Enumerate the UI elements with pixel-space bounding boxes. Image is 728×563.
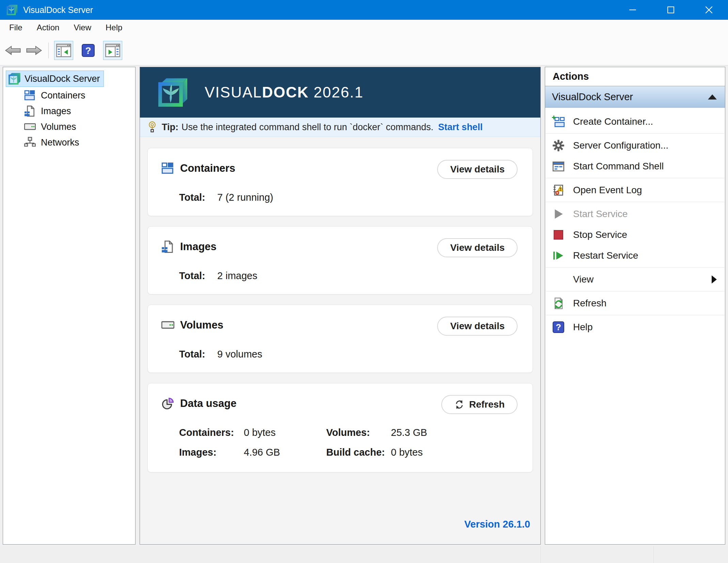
show-action-pane-button[interactable] bbox=[103, 41, 122, 60]
action-view[interactable]: View bbox=[545, 269, 725, 290]
action-help[interactable]: Help bbox=[545, 317, 725, 337]
action-start-service: Start Service bbox=[545, 203, 725, 224]
window-controls bbox=[614, 0, 728, 20]
card-title: Containers bbox=[180, 162, 235, 174]
total-label: Total: bbox=[179, 192, 217, 203]
blank-icon-spacer bbox=[552, 273, 565, 286]
show-console-tree-button[interactable] bbox=[54, 41, 73, 60]
back-arrow-icon bbox=[5, 45, 21, 56]
tree-item-label: VisualDock Server bbox=[25, 74, 100, 84]
maximize-button[interactable] bbox=[652, 0, 690, 20]
volumes-view-details-button[interactable]: View details bbox=[437, 317, 518, 336]
forward-button[interactable] bbox=[26, 45, 42, 56]
actions-group-header[interactable]: VisualDock Server bbox=[545, 86, 725, 108]
app-window: VisualDock Server File Action View Help bbox=[0, 0, 728, 563]
tree-item-networks[interactable]: Networks bbox=[3, 135, 135, 150]
app-logo-icon bbox=[5, 4, 18, 16]
tree-item-label: Networks bbox=[41, 137, 79, 148]
stat-value: 0 bytes bbox=[391, 447, 423, 458]
containers-icon bbox=[24, 90, 36, 101]
title-bar: VisualDock Server bbox=[0, 0, 728, 20]
brand-prefix: VISUAL bbox=[205, 84, 262, 101]
visualdock-logo-icon bbox=[155, 76, 188, 109]
brand-suffix: DOCK bbox=[262, 84, 309, 101]
event-log-icon bbox=[552, 184, 565, 197]
data-usage-card: Data usage Refresh Containers: 0 bytes bbox=[147, 383, 533, 472]
forward-arrow-icon bbox=[26, 45, 42, 56]
create-container-icon bbox=[552, 115, 565, 128]
status-divider bbox=[653, 546, 654, 563]
status-bar bbox=[0, 546, 728, 563]
total-label: Total: bbox=[179, 349, 217, 360]
menu-file[interactable]: File bbox=[2, 23, 30, 32]
cards-area: Containers View details Total: 7 (2 runn… bbox=[140, 137, 540, 472]
stat-label: Images: bbox=[179, 447, 244, 458]
action-label: View bbox=[573, 274, 594, 285]
actions-title: Actions bbox=[545, 67, 725, 86]
card-title: Volumes bbox=[180, 319, 223, 331]
minimize-icon bbox=[629, 6, 637, 14]
toolbar-help-button[interactable] bbox=[79, 41, 98, 60]
maximize-icon bbox=[667, 6, 675, 14]
tip-text: Use the integrated command shell to run … bbox=[181, 122, 433, 133]
total-value: 7 (2 running) bbox=[217, 192, 273, 203]
lightbulb-icon bbox=[147, 120, 157, 134]
menu-view[interactable]: View bbox=[66, 23, 98, 32]
toolbar-separator bbox=[48, 43, 49, 58]
action-label: Server Configuration... bbox=[573, 140, 668, 151]
stat-label: Containers: bbox=[179, 427, 244, 438]
console-tree-icon bbox=[56, 44, 71, 57]
stat-value: 25.3 GB bbox=[391, 427, 427, 438]
refresh-page-icon bbox=[552, 297, 565, 310]
action-create-container[interactable]: Create Container... bbox=[545, 111, 725, 132]
action-stop-service[interactable]: Stop Service bbox=[545, 224, 725, 245]
brand-header: VISUALDOCK2026.1 bbox=[140, 67, 540, 118]
minimize-button[interactable] bbox=[614, 0, 652, 20]
action-server-configuration[interactable]: Server Configuration... bbox=[545, 135, 725, 156]
back-button[interactable] bbox=[5, 45, 21, 56]
containers-card: Containers View details Total: 7 (2 runn… bbox=[147, 148, 533, 216]
action-start-command-shell[interactable]: Start Command Shell bbox=[545, 156, 725, 177]
tree-item-images[interactable]: Images bbox=[3, 103, 135, 119]
gear-icon bbox=[552, 139, 565, 152]
tip-label: Tip: bbox=[162, 122, 178, 133]
images-card: Images View details Total: 2 images bbox=[147, 226, 533, 294]
brand-wordmark: VISUALDOCK2026.1 bbox=[205, 84, 364, 101]
images-view-details-button[interactable]: View details bbox=[437, 238, 518, 257]
card-title: Data usage bbox=[180, 397, 236, 410]
tree-item-containers[interactable]: Containers bbox=[3, 88, 135, 103]
action-open-event-log[interactable]: Open Event Log bbox=[545, 180, 725, 200]
action-restart-service[interactable]: Restart Service bbox=[545, 245, 725, 266]
stat-label: Build cache: bbox=[326, 447, 391, 458]
data-usage-refresh-button[interactable]: Refresh bbox=[441, 395, 518, 414]
submenu-arrow-icon bbox=[712, 275, 717, 284]
play-icon bbox=[552, 208, 565, 220]
help-icon bbox=[82, 44, 95, 57]
volumes-icon bbox=[161, 319, 174, 332]
actions-divider bbox=[546, 133, 724, 134]
stat-label: Volumes: bbox=[326, 427, 391, 438]
actions-list: Create Container... bbox=[545, 108, 725, 337]
tree-item-label: Containers bbox=[41, 90, 85, 101]
stop-icon bbox=[552, 228, 565, 241]
tree-item-volumes[interactable]: Volumes bbox=[3, 119, 135, 135]
window-title: VisualDock Server bbox=[23, 5, 93, 15]
card-title: Images bbox=[180, 241, 217, 253]
action-refresh[interactable]: Refresh bbox=[545, 293, 725, 314]
stat-value: 4.96 GB bbox=[244, 447, 280, 458]
stat-value: 0 bytes bbox=[244, 427, 276, 438]
menu-action[interactable]: Action bbox=[30, 23, 67, 32]
console-tree-panel: VisualDock Server Containers Images Volu… bbox=[3, 67, 136, 545]
total-value: 9 volumes bbox=[217, 349, 262, 360]
menu-help[interactable]: Help bbox=[98, 23, 129, 32]
restart-icon bbox=[552, 249, 565, 262]
action-label: Open Event Log bbox=[573, 185, 642, 196]
close-button[interactable] bbox=[690, 0, 728, 20]
menu-bar: File Action View Help bbox=[0, 20, 728, 35]
help-icon bbox=[552, 321, 565, 334]
tree-item-visualdock-server[interactable]: VisualDock Server bbox=[6, 71, 104, 87]
start-shell-link[interactable]: Start shell bbox=[438, 122, 483, 133]
action-label: Restart Service bbox=[573, 250, 638, 261]
containers-view-details-button[interactable]: View details bbox=[437, 160, 518, 179]
brand-version: 2026.1 bbox=[314, 84, 364, 101]
